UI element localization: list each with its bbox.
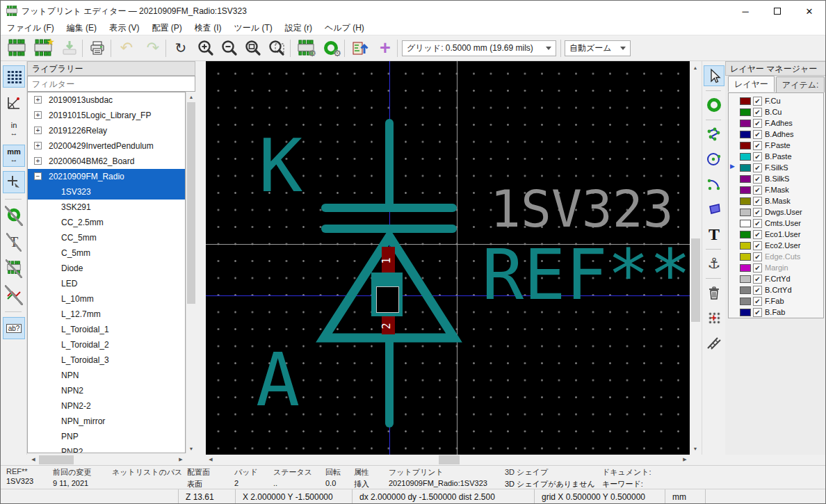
- menu-item[interactable]: ツール (T): [227, 21, 278, 35]
- layer-color-swatch[interactable]: [740, 142, 751, 149]
- layer-row[interactable]: ▶ ✔ B.SilkS: [729, 173, 823, 184]
- layer-color-swatch[interactable]: [740, 286, 751, 294]
- close-button[interactable]: ✕: [793, 1, 825, 22]
- library-tree-item[interactable]: +20191226Relay: [28, 123, 185, 138]
- anchor-tool-button[interactable]: ⚓: [704, 253, 724, 274]
- layer-visibility-checkbox[interactable]: ✔: [753, 308, 762, 317]
- library-tree-item[interactable]: PNP: [28, 429, 185, 444]
- canvas-vscrollbar[interactable]: ▲ ▼: [690, 61, 702, 455]
- scroll-up-icon[interactable]: ▲: [186, 92, 196, 101]
- tree-expander-icon[interactable]: +: [34, 96, 42, 104]
- layer-color-swatch[interactable]: [740, 242, 751, 250]
- layer-row[interactable]: ▶ ✔ F.CrtYd: [729, 273, 823, 284]
- layer-visibility-checkbox[interactable]: ✔: [753, 241, 762, 250]
- library-tree-item[interactable]: C_5mm: [28, 245, 185, 261]
- layer-row[interactable]: ▶ ✔ F.Cu: [729, 95, 823, 106]
- library-tree-item[interactable]: NPN: [28, 368, 185, 383]
- new-footprint-button[interactable]: [5, 38, 29, 58]
- tree-expander-icon[interactable]: +: [34, 142, 42, 149]
- layer-color-swatch[interactable]: [740, 153, 751, 161]
- add-pad-tool-button[interactable]: [704, 95, 724, 115]
- print-button[interactable]: [86, 38, 109, 58]
- library-tree-item[interactable]: L_Toroidal_2: [28, 337, 185, 352]
- layer-row[interactable]: ▶ ✔ F.Fab: [729, 295, 823, 307]
- layer-visibility-checkbox[interactable]: ✔: [753, 275, 762, 284]
- library-tree-item[interactable]: L_10mm: [28, 291, 185, 307]
- zoom-in-button[interactable]: [194, 38, 218, 58]
- layer-color-swatch[interactable]: [740, 108, 751, 116]
- layer-visibility-checkbox[interactable]: ✔: [753, 197, 762, 206]
- text-sketch-mode-toggle[interactable]: T: [3, 231, 25, 253]
- scroll-down-icon[interactable]: ▼: [186, 444, 196, 453]
- library-tree-item[interactable]: Diode: [28, 261, 185, 276]
- zoom-selection-button[interactable]: [265, 38, 289, 58]
- layer-row[interactable]: ▶ ✔ B.Mask: [729, 195, 823, 206]
- library-tree-vscrollbar[interactable]: ▲ ▼: [186, 92, 195, 453]
- layer-row[interactable]: ▶ ✔ Cmts.User: [729, 218, 823, 229]
- scroll-right-icon[interactable]: ▶: [176, 455, 186, 464]
- polar-coords-toggle[interactable]: [3, 92, 25, 114]
- library-tree-item[interactable]: −20210909FM_Radio: [28, 169, 185, 184]
- scroll-left-icon[interactable]: ◀: [206, 455, 216, 464]
- layer-color-swatch[interactable]: [740, 231, 751, 238]
- layer-visibility-checkbox[interactable]: ✔: [753, 297, 762, 306]
- layer-row[interactable]: ▶ ✔ B.Fab: [729, 307, 823, 318]
- layer-row[interactable]: ▶ ✔ F.Mask: [729, 184, 823, 195]
- scroll-up-icon[interactable]: ▲: [690, 63, 700, 72]
- zoom-out-button[interactable]: [218, 38, 241, 58]
- layer-visibility-checkbox[interactable]: ✔: [753, 130, 762, 139]
- grid-origin-tool-button[interactable]: +: [704, 307, 724, 328]
- tree-expander-icon[interactable]: +: [34, 111, 42, 119]
- footprint-reference-text[interactable]: REF**: [482, 241, 690, 310]
- layer-color-swatch[interactable]: [740, 186, 751, 194]
- canvas-hscrollbar[interactable]: ◀ ▶: [206, 455, 690, 465]
- library-tree-item[interactable]: L_Toroidal_3: [28, 352, 185, 368]
- layer-visibility-checkbox[interactable]: ✔: [753, 108, 762, 117]
- layer-color-swatch[interactable]: [740, 197, 751, 205]
- zoom-select[interactable]: 自動ズーム: [565, 40, 631, 56]
- delete-tool-button[interactable]: [704, 282, 724, 303]
- silk-cathode-lead[interactable]: [385, 119, 394, 211]
- library-tree-item[interactable]: L_12.7mm: [28, 307, 185, 322]
- library-tree-hscrollbar[interactable]: ◀ ▶: [29, 455, 186, 465]
- silk-pad-frame[interactable]: [371, 273, 403, 316]
- scroll-down-icon[interactable]: ▼: [690, 444, 700, 453]
- layer-color-swatch[interactable]: [740, 298, 751, 305]
- pad-properties-button[interactable]: ⚙: [319, 38, 343, 58]
- layer-color-swatch[interactable]: [740, 164, 751, 172]
- menu-item[interactable]: 配置 (P): [145, 21, 188, 35]
- measure-tool-button[interactable]: [704, 332, 724, 353]
- library-tree-item[interactable]: CC_2.5mm: [28, 215, 185, 230]
- tab-layers[interactable]: レイヤー: [728, 76, 775, 92]
- layer-row[interactable]: ▶ ✔ Eco2.User: [729, 240, 823, 251]
- layer-row[interactable]: ▶ ✔ B.Paste: [729, 151, 823, 162]
- footprint-properties-button[interactable]: ⚙: [294, 38, 318, 58]
- maximize-button[interactable]: [761, 1, 793, 22]
- scrollbar-thumb[interactable]: [439, 455, 460, 464]
- layer-visibility-checkbox[interactable]: ✔: [753, 186, 762, 195]
- layer-visibility-checkbox[interactable]: ✔: [753, 97, 762, 106]
- layer-row[interactable]: ▶ ✔ Dwgs.User: [729, 206, 823, 218]
- scroll-right-icon[interactable]: ▶: [680, 455, 690, 464]
- draw-polygon-tool-button[interactable]: [704, 199, 724, 220]
- layer-color-swatch[interactable]: [740, 175, 751, 183]
- insert-footprint-on-board-button[interactable]: +: [373, 38, 397, 58]
- library-tree-item[interactable]: NPN2: [28, 383, 185, 398]
- units-inches-toggle[interactable]: in↔: [3, 118, 25, 140]
- library-tree-item[interactable]: L_Toroidal_1: [28, 322, 185, 337]
- library-tree-item[interactable]: +20200604BM62_Board: [28, 154, 185, 169]
- layer-row[interactable]: ▶ ✔ Edge.Cuts: [729, 251, 823, 262]
- layer-row[interactable]: ▶ ✔ F.SilkS: [729, 162, 823, 173]
- footprint-value-text[interactable]: 1SV323: [490, 184, 674, 234]
- tree-expander-icon[interactable]: +: [34, 157, 42, 165]
- select-tool-button[interactable]: [704, 65, 724, 86]
- scrollbar-thumb[interactable]: [187, 102, 195, 304]
- layer-row[interactable]: ▶ ✔ F.Paste: [729, 140, 823, 151]
- redo-button[interactable]: ↷: [141, 38, 165, 58]
- layer-visibility-checkbox[interactable]: ✔: [753, 252, 762, 261]
- layer-visibility-checkbox[interactable]: ✔: [753, 163, 762, 172]
- layer-visibility-checkbox[interactable]: ✔: [753, 263, 762, 273]
- layer-visibility-checkbox[interactable]: ✔: [753, 141, 762, 150]
- panel-splitter[interactable]: [195, 61, 206, 455]
- footprint-wizard-button[interactable]: ★: [31, 38, 55, 58]
